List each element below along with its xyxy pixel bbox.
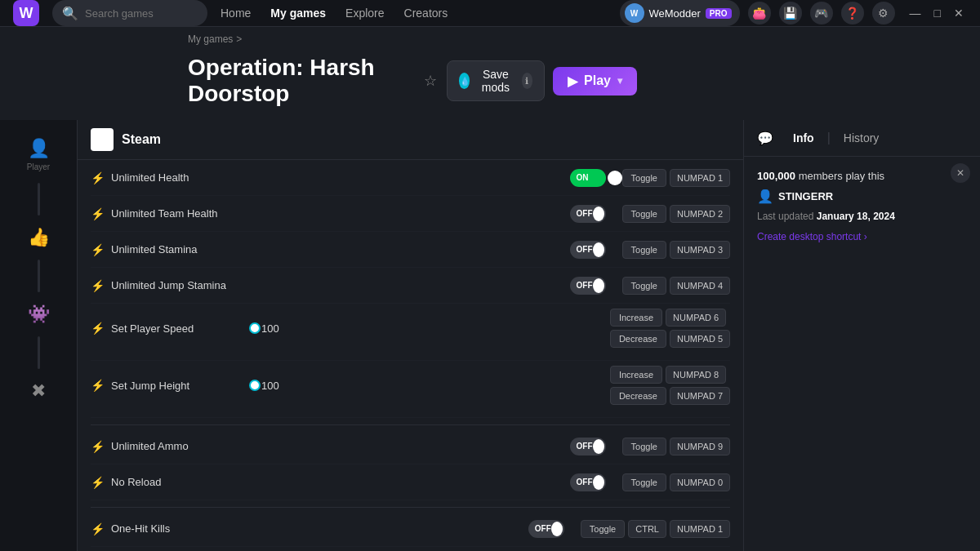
minimize-button[interactable]: — <box>906 7 924 20</box>
toggle-unlimited-team-health[interactable]: OFF <box>570 205 606 223</box>
wallet-icon[interactable]: 👛 <box>748 2 771 24</box>
steam-label: Steam <box>122 132 161 147</box>
toggle-knob-1 <box>608 171 622 185</box>
toggle-unlimited-jump-stamina[interactable]: OFF <box>570 277 606 295</box>
nav-home[interactable]: Home <box>220 7 251 20</box>
kbd-numpad3[interactable]: NUMPAD 3 <box>670 241 730 259</box>
save-icon[interactable]: 💾 <box>779 2 802 24</box>
decrease-btn-6[interactable]: Decrease <box>610 387 666 405</box>
ammo-icon: 👍 <box>28 227 50 248</box>
sidebar-item-game[interactable]: ✖ <box>0 372 77 410</box>
kbd-numpad7[interactable]: NUMPAD 7 <box>670 387 730 405</box>
tab-divider: | <box>827 131 831 145</box>
category-player: ⚡ Unlimited Health ON Toggle NUMPAD 1 <box>91 160 730 418</box>
settings-icon[interactable]: ⚙ <box>872 2 895 24</box>
increase-btn-5[interactable]: Increase <box>610 309 662 327</box>
kbd-numpad4[interactable]: NUMPAD 4 <box>670 277 730 295</box>
mod-unlimited-jump-stamina: ⚡ Unlimited Jump Stamina OFF Toggle NUMP… <box>91 268 730 304</box>
toggle-off-label-4: OFF <box>577 281 593 290</box>
tab-history[interactable]: History <box>837 128 886 148</box>
mod-name-4: Unlimited Jump Stamina <box>111 279 242 291</box>
toggle-btn-7[interactable]: Toggle <box>622 438 666 455</box>
member-count: 100,000 members play this <box>757 170 967 182</box>
increase-row-6: Increase NUMPAD 8 <box>610 366 730 384</box>
toggle-btn-4[interactable]: Toggle <box>622 277 666 295</box>
toggle-btn-9[interactable]: Toggle <box>581 520 625 538</box>
toggle-btn-2[interactable]: Toggle <box>622 205 666 223</box>
slider-thumb-6[interactable] <box>249 380 261 391</box>
kbd-numpad2[interactable]: NUMPAD 2 <box>670 205 730 223</box>
maximize-button[interactable]: □ <box>931 7 944 20</box>
kbd-numpad6[interactable]: NUMPAD 6 <box>666 309 726 327</box>
mod-name-1: Unlimited Health <box>111 171 242 184</box>
search-icon: 🔍 <box>62 6 78 21</box>
mod-name-2: Unlimited Team Health <box>111 207 242 220</box>
mods-area[interactable]: ⚡ Unlimited Health ON Toggle NUMPAD 1 <box>78 160 743 551</box>
kbd-numpad9[interactable]: NUMPAD 9 <box>670 438 730 455</box>
keybind-unlimited-health: Toggle NUMPAD 1 <box>622 169 730 187</box>
desktop-shortcut-link[interactable]: Create desktop shortcut › <box>757 231 867 242</box>
increase-btn-6[interactable]: Increase <box>610 366 662 384</box>
author-icon: 👤 <box>757 189 773 204</box>
mod-one-hit-kills: ⚡ One-Hit Kills OFF Toggle CTRL <box>91 511 730 547</box>
kbd-numpad1[interactable]: NUMPAD 1 <box>670 169 730 187</box>
toggle-one-hit-kills[interactable]: OFF <box>528 520 564 538</box>
close-button[interactable]: ✕ <box>951 7 967 20</box>
member-count-value: 100,000 <box>757 170 795 182</box>
close-info-button[interactable]: ✕ <box>951 163 970 183</box>
toggle-knob-3 <box>593 242 604 257</box>
lightning-icon-1: ⚡ <box>91 171 105 184</box>
steam-header: ⚙ Steam <box>78 120 743 160</box>
sidebar-item-combat[interactable]: 👾 <box>0 295 77 333</box>
chat-icon[interactable]: 💬 <box>757 131 773 146</box>
toggle-unlimited-health[interactable]: ON <box>570 169 606 187</box>
toggle-on-label-1: ON <box>577 173 589 182</box>
save-mods-button[interactable]: 💧 Save mods ℹ <box>447 60 545 101</box>
sidebar-item-player[interactable]: 👤 Player <box>0 130 77 180</box>
play-button[interactable]: ▶ Play ▾ <box>553 67 637 96</box>
nav-links: Home My games Explore Creators <box>220 7 448 20</box>
favorite-icon[interactable]: ☆ <box>424 72 437 90</box>
user-badge[interactable]: W WeModder PRO <box>620 0 740 26</box>
decrease-row-6: Decrease NUMPAD 7 <box>610 387 730 405</box>
kbd-ctrl-1[interactable]: CTRL <box>628 520 666 538</box>
lightning-icon-5: ⚡ <box>91 322 105 335</box>
tab-info[interactable]: Info <box>786 128 821 148</box>
discord-icon[interactable]: 🎮 <box>810 2 833 24</box>
lightning-icon-7: ⚡ <box>91 440 105 453</box>
left-sidebar: 👤 Player 👍 👾 ✖ <box>0 120 78 551</box>
kbd-numpad1-onehit[interactable]: NUMPAD 1 <box>670 520 730 538</box>
info-icon[interactable]: ℹ <box>522 73 532 89</box>
slider-thumb-5[interactable] <box>249 322 261 334</box>
mod-unlimited-health: ⚡ Unlimited Health ON Toggle NUMPAD 1 <box>91 160 730 196</box>
keybind-no-reload: Toggle NUMPAD 0 <box>622 473 730 491</box>
toggle-btn-8[interactable]: Toggle <box>622 473 666 491</box>
kbd-numpad5[interactable]: NUMPAD 5 <box>670 330 730 348</box>
toggle-knob-8 <box>593 475 604 490</box>
save-mods-icon: 💧 <box>459 73 470 89</box>
mod-name-3: Unlimited Stamina <box>111 243 242 256</box>
sidebar-item-ammo[interactable]: 👍 <box>0 219 77 256</box>
toggle-no-reload[interactable]: OFF <box>570 473 606 491</box>
author-name: STINGERR <box>778 190 833 202</box>
decrease-row-5: Decrease NUMPAD 5 <box>610 330 730 348</box>
nav-my-games[interactable]: My games <box>270 7 326 20</box>
user-name: WeModder <box>649 7 701 20</box>
mod-set-jump-height: ⚡ Set Jump Height 100 <box>91 361 730 418</box>
toggle-unlimited-stamina[interactable]: OFF <box>570 241 606 259</box>
kbd-numpad8[interactable]: NUMPAD 8 <box>666 366 726 384</box>
kbd-numpad0[interactable]: NUMPAD 0 <box>670 473 730 491</box>
toggle-knob-9 <box>551 522 563 536</box>
decrease-btn-5[interactable]: Decrease <box>610 330 666 348</box>
search-input[interactable] <box>85 7 199 20</box>
nav-explore[interactable]: Explore <box>345 7 384 20</box>
breadcrumb-my-games[interactable]: My games <box>188 33 233 45</box>
help-icon[interactable]: ❓ <box>841 2 864 24</box>
toggle-btn-1[interactable]: Toggle <box>622 169 666 187</box>
mod-set-player-speed: ⚡ Set Player Speed 100 <box>91 304 730 361</box>
toggle-btn-3[interactable]: Toggle <box>622 241 666 259</box>
toggle-unlimited-ammo[interactable]: OFF <box>570 438 606 455</box>
search-bar[interactable]: 🔍 <box>52 0 207 26</box>
app-logo[interactable]: W <box>13 0 39 26</box>
nav-creators[interactable]: Creators <box>404 7 448 20</box>
